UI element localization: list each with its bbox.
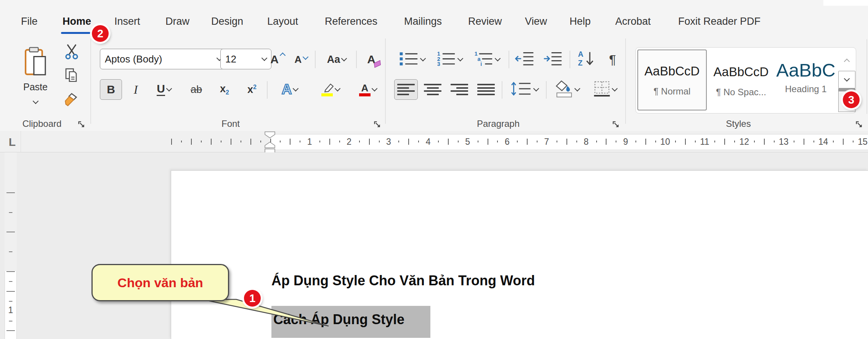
decrease-indent-button[interactable] [512,49,537,70]
cut-button[interactable] [59,43,84,62]
v-ruler-tick [9,251,13,252]
sort-button[interactable]: A Z [573,49,599,70]
separator [267,81,268,99]
shrink-font-button[interactable]: A [290,49,313,70]
style-tile-normal[interactable]: AaBbCcD ¶ Normal [637,50,707,110]
font-group-label: Font [193,118,269,129]
line-spacing-button[interactable] [507,79,542,100]
style-tile-heading-1[interactable]: AaBbC Heading 1 [775,51,837,110]
step-badge-1: 1 [244,290,261,307]
paragraph-group-label: Paragraph [460,118,536,129]
tab-view[interactable]: View [523,14,549,29]
paste-button[interactable]: Paste [13,41,58,109]
tab-home[interactable]: Home [61,14,93,29]
tab-design[interactable]: Design [210,14,245,29]
chevron-up-icon [280,53,286,59]
copy-button[interactable] [59,67,84,86]
font-size-combobox[interactable]: 12 [220,49,271,69]
numbered-list-icon: 1 2 3 [436,51,456,68]
ruler-text-area-band [5,271,17,339]
text-effects-button[interactable]: A [271,79,308,100]
change-case-button[interactable]: Aa [319,49,355,70]
shading-icon [555,80,573,99]
chevron-down-icon [844,76,850,82]
clear-formatting-button[interactable]: A [359,49,383,70]
v-ruler-tick [6,192,15,193]
paragraph-dialog-launcher[interactable] [611,120,621,129]
styles-gallery-scroll-down[interactable] [838,71,855,88]
bullets-button[interactable] [394,49,430,70]
document-heading-text[interactable]: Áp Dụng Style Cho Văn Bản Trong Word [271,273,535,289]
font-color-icon: A [359,83,371,96]
justify-icon [477,83,495,96]
tab-foxit-reader-pdf[interactable]: Foxit Reader PDF [677,14,762,29]
tab-help[interactable]: Help [568,14,592,29]
styles-dialog-launcher[interactable] [855,120,864,129]
justify-button[interactable] [474,79,498,100]
chevron-down-icon [495,56,501,62]
chevron-down-icon [533,86,539,92]
increase-indent-button[interactable] [541,49,565,70]
callout-bubble: Chọn văn bản [91,264,229,301]
titlebar-corner [823,0,868,6]
tab-acrobat[interactable]: Acrobat [614,14,652,29]
clipboard-dialog-launcher[interactable] [77,120,86,129]
word-window: File Home Insert Draw Design Layout Refe… [0,0,868,339]
strikethrough-button[interactable]: ab [183,79,210,100]
font-name-combobox[interactable]: Aptos (Body) [100,49,226,69]
group-separator [866,39,867,114]
tab-draw[interactable]: Draw [164,14,191,29]
underline-icon: U [157,83,165,96]
chevron-down-icon [420,56,426,62]
chevron-down-icon [372,86,378,92]
tab-file[interactable]: File [19,14,39,29]
chevron-down-icon [612,86,618,92]
bold-button[interactable]: B [100,79,122,100]
separator [509,51,509,68]
chevron-down-icon [166,86,172,92]
svg-text:A: A [578,50,583,58]
text-effects-icon: A [282,82,292,98]
h-ruler-tick [260,141,261,142]
numbering-button[interactable]: 1 2 3 [432,49,467,70]
borders-button[interactable] [588,79,622,100]
first-line-indent-marker[interactable] [265,131,275,140]
italic-button[interactable]: I [126,79,146,100]
tab-references[interactable]: References [323,14,379,29]
tab-stop-selector[interactable]: L [6,136,18,148]
font-dialog-launcher[interactable] [373,120,382,129]
show-hide-paragraph-button[interactable]: ¶ [602,49,623,70]
styles-gallery-scroll-up[interactable] [838,50,855,71]
h-ruler-tick [250,139,251,145]
v-ruler-tick [6,232,15,232]
pilcrow-icon: ¶ [609,52,616,67]
font-color-button[interactable]: A [351,79,385,100]
ruler-text-area-band [270,134,868,150]
text-highlight-color-button[interactable] [312,79,348,100]
style-sample: AaBbCcD [709,65,773,79]
underline-button[interactable]: U [148,79,180,100]
subscript-button[interactable]: x2 [212,79,237,100]
h-ruler-tick [171,139,172,145]
multilevel-list-button[interactable]: 1 a i [469,49,505,70]
superscript-button[interactable]: x2 [239,79,265,100]
style-tile-no-spacing[interactable]: AaBbCcD ¶ No Spac... [709,51,773,110]
styles-gallery: AaBbCcD ¶ Normal AaBbCcD ¶ No Spac... Aa… [635,47,856,114]
align-left-button[interactable] [394,79,418,100]
clipboard-group-label: Clipboard [8,118,76,129]
align-right-button[interactable] [448,79,471,100]
shrink-font-icon: A [295,54,302,64]
format-painter-button[interactable] [59,91,84,110]
strikethrough-icon: ab [191,84,202,96]
tab-review[interactable]: Review [467,14,504,29]
tab-insert[interactable]: Insert [113,14,142,29]
chevron-down-icon [303,54,309,60]
grow-font-button[interactable]: A [266,49,289,70]
line-spacing-icon [511,81,532,98]
align-center-button[interactable] [421,79,444,100]
tab-layout[interactable]: Layout [266,14,300,29]
cut-icon [64,44,79,61]
tab-mailings[interactable]: Mailings [403,14,443,29]
shading-button[interactable] [550,79,584,100]
chevron-down-icon [293,86,299,92]
